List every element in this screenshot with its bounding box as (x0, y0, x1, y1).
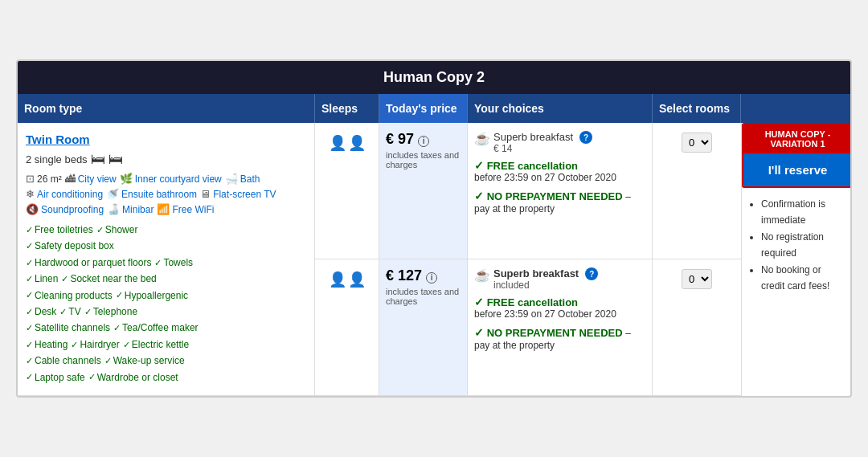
ac-text[interactable]: Air conditioning (37, 189, 103, 200)
prepay-block-2: ✓ NO PREPAYMENT NEEDED – pay at the prop… (474, 326, 645, 351)
amenity-row-3: ✓ Hardwood or parquet floors ✓ Towels (26, 255, 306, 271)
check-green-1b: ✓ (474, 190, 484, 202)
check-icon: ✓ (88, 369, 96, 385)
room-features: ⊡ 26 m² 🏙 City view 🌿 Inner courtyard vi… (26, 173, 306, 215)
breakfast-label-2: Superb breakfast (493, 267, 579, 280)
sound-text[interactable]: Soundproofing (41, 204, 104, 215)
city-view-text[interactable]: City view (78, 173, 117, 185)
sidebar: HUMAN COPY - VARIATION 1 I'll reserve Co… (741, 123, 852, 396)
check-icon: ✓ (61, 271, 68, 287)
header-sleeps: Sleeps (315, 94, 379, 123)
sound-icon: 🔇 (26, 203, 39, 215)
check-icon: ✓ (116, 288, 123, 303)
amenity-row-8: ✓ Heating ✓ Hairdryer ✓ Electric kettle (26, 337, 306, 353)
amenity-row-10: ✓ Laptop safe ✓ Wardrobe or closet (26, 369, 306, 386)
select-cell-1: 012345 (653, 123, 741, 259)
area-text: 26 m² (37, 173, 62, 185)
price-info-icon-1[interactable]: i (418, 136, 429, 147)
person-icon-2b: 👤 (348, 271, 366, 288)
beds-info: 2 single beds 🛏 🛏 (26, 151, 306, 168)
feature-city-view: 🏙 City view (65, 173, 117, 185)
price-info-icon-2[interactable]: i (426, 272, 437, 284)
bath-text[interactable]: Bath (240, 173, 260, 185)
minibar-icon: 🍶 (107, 203, 120, 215)
amenity-row-7: ✓ Satellite channels ✓ Tea/Coffee maker (26, 320, 306, 336)
wifi-icon: 📶 (157, 203, 170, 215)
amenity-heating: ✓ Heating (26, 337, 68, 353)
sleeps-cell-1: 👤 👤 (315, 123, 379, 259)
help-icon-1[interactable]: ? (579, 131, 592, 144)
amenity-row-5: ✓ Cleaning products ✓ Hypoallergenic (26, 288, 306, 304)
courtyard-icon: 🌿 (120, 173, 133, 185)
check-icon: ✓ (84, 304, 92, 320)
feature-ensuite: 🚿 Ensuite bathroom (106, 188, 197, 200)
check-green-2a: ✓ (474, 296, 484, 308)
breakfast-item-2: ☕ Superb breakfast included ? (474, 267, 645, 291)
table-body: Twin Room 2 single beds 🛏 🛏 ⊡ 26 m² 🏙 Ci… (18, 123, 850, 396)
breakfast-icon-2: ☕ (474, 267, 490, 283)
courtyard-text[interactable]: Inner courtyard view (135, 173, 222, 185)
bath-icon: 🛁 (225, 173, 238, 185)
check-icon: ✓ (26, 271, 33, 287)
room-select-1[interactable]: 012345 (682, 133, 712, 153)
price-value-1: € 97 (386, 131, 414, 147)
amenity-cleaning: ✓ Cleaning products (26, 288, 113, 304)
feature-minibar: 🍶 Minibar (107, 203, 154, 215)
main-container: Human Copy 2 Room type Sleeps Today's pr… (16, 59, 852, 398)
room-name-link[interactable]: Twin Room (26, 133, 306, 146)
person-icon-1a: 👤 (329, 134, 346, 152)
sidebar-info-item-3: No booking or credit card fees! (761, 262, 845, 295)
header-price: Today's price (379, 94, 468, 123)
check-icon: ✓ (26, 239, 33, 254)
amenity-telephone: ✓ Telephone (84, 304, 137, 320)
room-select-2[interactable]: 012345 (682, 269, 712, 289)
price-cell-2: € 127 i includes taxes and charges (379, 259, 468, 395)
wifi-text[interactable]: Free WiFi (172, 204, 214, 215)
reserve-button[interactable]: I'll reserve (743, 153, 852, 186)
sidebar-info-item-1: Confirmation is immediate (761, 196, 845, 229)
check-icon: ✓ (26, 288, 33, 303)
ensuite-text[interactable]: Ensuite bathroom (121, 189, 197, 200)
help-icon-2[interactable]: ? (585, 267, 598, 280)
check-icon: ✓ (26, 320, 33, 336)
header-select: Select rooms (653, 94, 741, 123)
tv-text[interactable]: Flat-screen TV (213, 189, 276, 200)
amenities-list: ✓ Free toiletries ✓ Shower ✓ Safety depo… (26, 222, 306, 386)
sidebar-info-list: Confirmation is immediate No registratio… (750, 196, 845, 294)
select-cell-2: 012345 (653, 259, 741, 395)
feature-tv: 🖥 Flat-screen TV (200, 188, 276, 200)
ensuite-icon: 🚿 (106, 188, 119, 200)
cancel-block-2: ✓ FREE cancellation before 23:59 on 27 O… (474, 296, 645, 320)
check-green-1a: ✓ (474, 159, 484, 172)
person-icon-2a: 👤 (329, 271, 346, 288)
choices-cell-1: ☕ Superb breakfast € 14 ? ✓ FREE cancell… (468, 123, 653, 259)
amenity-row-2: ✓ Safety deposit box (26, 238, 306, 254)
amenity-linen: ✓ Linen (26, 271, 58, 287)
pricing-row-2: 👤 👤 € 127 i includes taxes and charges ☕ (315, 259, 741, 396)
amenity-towels: ✓ Towels (154, 255, 193, 271)
feature-sound: 🔇 Soundproofing (26, 203, 104, 215)
amenity-hypoallergenic: ✓ Hypoallergenic (116, 288, 188, 304)
amenity-row-1: ✓ Free toiletries ✓ Shower (26, 222, 306, 238)
minibar-text[interactable]: Minibar (122, 204, 154, 215)
check-green-2b: ✓ (474, 326, 484, 339)
amenity-shower: ✓ Shower (96, 222, 138, 238)
sidebar-info: Confirmation is immediate No registratio… (742, 188, 852, 302)
room-type-column: Twin Room 2 single beds 🛏 🛏 ⊡ 26 m² 🏙 Ci… (18, 123, 315, 396)
header-action (741, 94, 852, 123)
price-note-1: includes taxes and charges (386, 150, 461, 169)
variation-badge: HUMAN COPY - VARIATION 1 (743, 124, 852, 153)
check-icon: ✓ (104, 353, 112, 369)
page-title: Human Copy 2 (18, 61, 850, 94)
amenity-kettle: ✓ Electric kettle (123, 337, 189, 353)
check-icon: ✓ (26, 304, 33, 320)
amenity-hairdryer: ✓ Hairdryer (71, 337, 119, 353)
prepay-block-1: ✓ NO PREPAYMENT NEEDED – pay at the prop… (474, 190, 645, 214)
free-cancel-2: FREE cancellation (487, 296, 578, 308)
beds-text: 2 single beds (26, 153, 88, 165)
pricing-row-1: 👤 👤 € 97 i includes taxes and charges ☕ (315, 123, 741, 259)
amenity-laptop: ✓ Laptop safe (26, 369, 85, 386)
amenity-toiletries: ✓ Free toiletries (26, 222, 93, 238)
amenity-row-9: ✓ Cable channels ✓ Wake-up service (26, 353, 306, 369)
free-cancel-1: FREE cancellation (487, 160, 578, 172)
